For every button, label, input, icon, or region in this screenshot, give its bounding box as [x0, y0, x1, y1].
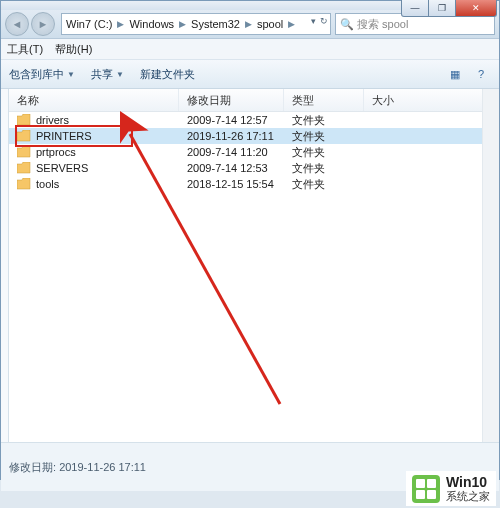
- breadcrumb[interactable]: Win7 (C:)▶ Windows▶ System32▶ spool▶ ▾↻: [61, 13, 331, 35]
- search-icon: 🔍: [340, 17, 354, 31]
- close-button[interactable]: ✕: [455, 0, 497, 17]
- file-date: 2009-7-14 12:53: [179, 162, 284, 174]
- crumb-system32[interactable]: System32: [191, 18, 240, 30]
- col-type[interactable]: 类型: [284, 89, 364, 111]
- breadcrumb-dropdown[interactable]: ▾↻: [307, 16, 328, 26]
- column-headers: 名称 修改日期 类型 大小: [9, 89, 499, 112]
- file-name: SERVERS: [36, 162, 88, 174]
- search-placeholder: 搜索 spool: [357, 17, 408, 32]
- watermark: Win10 系统之家: [406, 471, 496, 506]
- table-row[interactable]: tools2018-12-15 15:54文件夹: [9, 176, 499, 192]
- details-label: 修改日期:: [9, 460, 56, 475]
- file-name: drivers: [36, 114, 69, 126]
- menu-help[interactable]: 帮助(H): [55, 42, 92, 57]
- view-options-icon[interactable]: ▦: [445, 64, 465, 84]
- col-size[interactable]: 大小: [364, 89, 499, 111]
- watermark-logo-icon: [412, 475, 440, 503]
- nav-pane[interactable]: [1, 89, 9, 442]
- folder-icon: [17, 146, 31, 158]
- file-type: 文件夹: [284, 145, 364, 160]
- file-date: 2018-12-15 15:54: [179, 178, 284, 190]
- table-row[interactable]: drivers2009-7-14 12:57文件夹: [9, 112, 499, 128]
- file-date: 2009-7-14 12:57: [179, 114, 284, 126]
- menubar: 工具(T) 帮助(H): [1, 39, 499, 60]
- file-name: tools: [36, 178, 59, 190]
- file-name: prtprocs: [36, 146, 76, 158]
- menu-tools[interactable]: 工具(T): [7, 42, 43, 57]
- watermark-subtitle: 系统之家: [446, 490, 490, 503]
- table-row[interactable]: SERVERS2009-7-14 12:53文件夹: [9, 160, 499, 176]
- folder-icon: [17, 162, 31, 174]
- table-row[interactable]: prtprocs2009-7-14 11:20文件夹: [9, 144, 499, 160]
- file-date: 2019-11-26 17:11: [179, 130, 284, 142]
- col-name[interactable]: 名称: [9, 89, 179, 111]
- watermark-title: Win10: [446, 474, 490, 490]
- folder-icon: [17, 178, 31, 190]
- toolbar: 包含到库中▼ 共享▼ 新建文件夹 ▦ ?: [1, 60, 499, 89]
- folder-icon: [17, 130, 31, 142]
- file-type: 文件夹: [284, 177, 364, 192]
- explorer-window: — ❐ ✕ ◄ ► Win7 (C:)▶ Windows▶ System32▶ …: [0, 0, 500, 480]
- file-type: 文件夹: [284, 161, 364, 176]
- minimize-button[interactable]: —: [401, 0, 429, 17]
- list-pane: 名称 修改日期 类型 大小 drivers2009-7-14 12:57文件夹P…: [9, 89, 499, 442]
- table-row[interactable]: PRINTERS2019-11-26 17:11文件夹: [9, 128, 499, 144]
- toolbar-newfolder[interactable]: 新建文件夹: [140, 67, 195, 82]
- titlebar: — ❐ ✕: [1, 1, 499, 10]
- crumb-spool[interactable]: spool: [257, 18, 283, 30]
- maximize-button[interactable]: ❐: [428, 0, 456, 17]
- body-area: 名称 修改日期 类型 大小 drivers2009-7-14 12:57文件夹P…: [1, 89, 499, 442]
- crumb-drive[interactable]: Win7 (C:): [66, 18, 112, 30]
- file-rows: drivers2009-7-14 12:57文件夹PRINTERS2019-11…: [9, 112, 499, 192]
- crumb-windows[interactable]: Windows: [129, 18, 174, 30]
- file-name: PRINTERS: [36, 130, 92, 142]
- toolbar-organize[interactable]: 包含到库中▼: [9, 67, 75, 82]
- nav-forward-button[interactable]: ►: [31, 12, 55, 36]
- file-type: 文件夹: [284, 113, 364, 128]
- refresh-icon[interactable]: ↻: [320, 16, 328, 26]
- folder-icon: [17, 114, 31, 126]
- help-icon[interactable]: ?: [471, 64, 491, 84]
- details-value: 2019-11-26 17:11: [59, 461, 146, 473]
- toolbar-share[interactable]: 共享▼: [91, 67, 124, 82]
- nav-back-button[interactable]: ◄: [5, 12, 29, 36]
- file-date: 2009-7-14 11:20: [179, 146, 284, 158]
- file-type: 文件夹: [284, 129, 364, 144]
- scrollbar[interactable]: [482, 89, 499, 442]
- col-date[interactable]: 修改日期: [179, 89, 284, 111]
